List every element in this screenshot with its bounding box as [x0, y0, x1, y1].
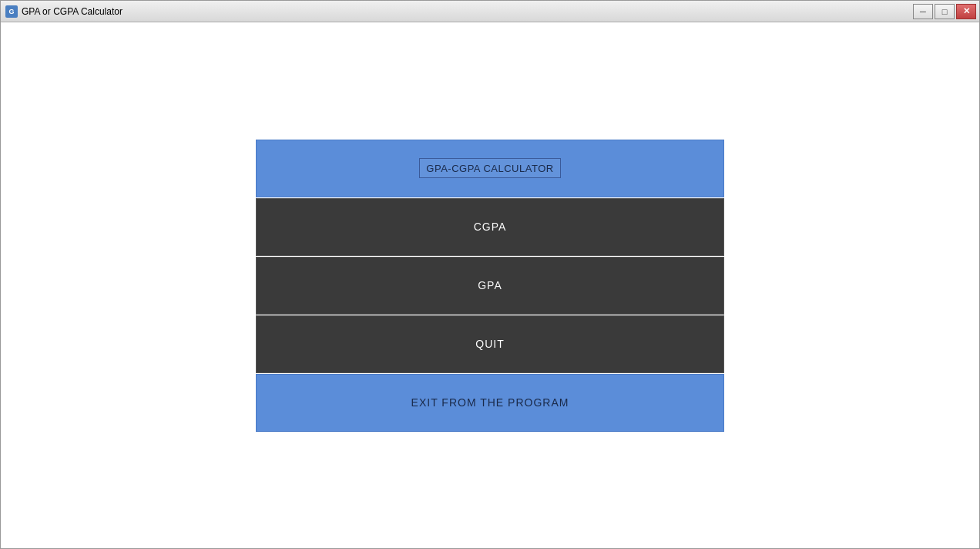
title-bar: G GPA or CGPA Calculator ─ □ ✕: [1, 1, 979, 22]
header-label-box: GPA-CGPA CALCULATOR: [419, 158, 560, 178]
maximize-button[interactable]: □: [935, 4, 955, 19]
cgpa-button[interactable]: CGPA: [256, 198, 724, 256]
window-title: GPA or CGPA Calculator: [22, 6, 123, 17]
exit-button[interactable]: EXIT FROM THE PROGRAM: [256, 374, 724, 432]
minimize-button[interactable]: ─: [913, 4, 933, 19]
exit-label: EXIT FROM THE PROGRAM: [411, 396, 569, 409]
main-window: G GPA or CGPA Calculator ─ □ ✕ GPA-CGPA …: [0, 0, 980, 549]
gpa-label: GPA: [478, 279, 502, 291]
header-block: GPA-CGPA CALCULATOR: [256, 140, 724, 197]
header-title: GPA-CGPA CALCULATOR: [426, 163, 553, 174]
content-area: GPA-CGPA CALCULATOR CGPA GPA QUIT EXIT F…: [1, 22, 979, 548]
window-controls: ─ □ ✕: [913, 4, 976, 19]
quit-label: QUIT: [475, 338, 504, 350]
gpa-button[interactable]: GPA: [256, 257, 724, 315]
close-button[interactable]: ✕: [956, 4, 976, 19]
title-bar-left: G GPA or CGPA Calculator: [5, 5, 123, 18]
quit-button[interactable]: QUIT: [256, 315, 724, 373]
main-panel: GPA-CGPA CALCULATOR CGPA GPA QUIT EXIT F…: [256, 140, 724, 432]
app-icon: G: [5, 5, 18, 18]
cgpa-label: CGPA: [474, 221, 507, 233]
